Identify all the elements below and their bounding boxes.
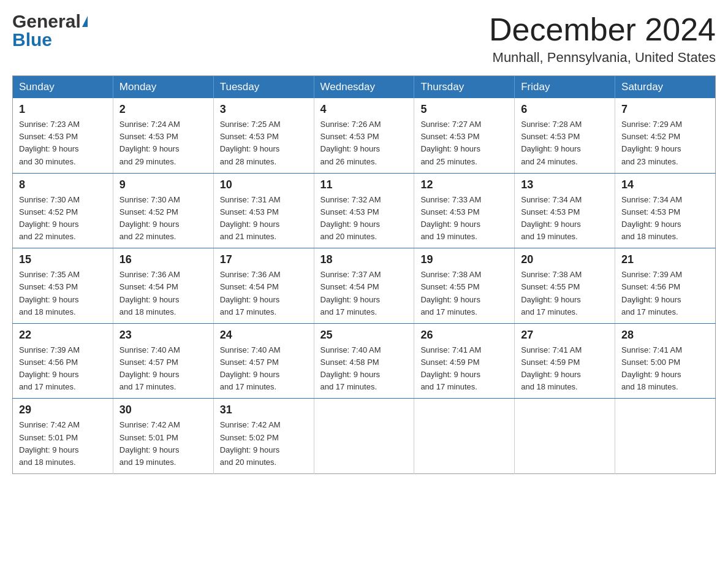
day-number: 4 (320, 103, 408, 116)
calendar-cell: 28Sunrise: 7:41 AMSunset: 5:00 PMDayligh… (615, 323, 716, 399)
day-number: 20 (521, 253, 609, 266)
day-info: Sunrise: 7:28 AMSunset: 4:53 PMDaylight:… (521, 118, 609, 168)
day-number: 16 (119, 253, 207, 266)
calendar-table: SundayMondayTuesdayWednesdayThursdayFrid… (12, 75, 716, 474)
day-number: 1 (19, 103, 107, 116)
calendar-week-row: 15Sunrise: 7:35 AMSunset: 4:53 PMDayligh… (13, 248, 716, 324)
day-info: Sunrise: 7:33 AMSunset: 4:53 PMDaylight:… (420, 194, 508, 243)
day-number: 23 (119, 329, 207, 342)
calendar-cell: 10Sunrise: 7:31 AMSunset: 4:53 PMDayligh… (213, 173, 314, 248)
calendar-cell: 27Sunrise: 7:41 AMSunset: 4:59 PMDayligh… (515, 323, 615, 399)
day-info: Sunrise: 7:25 AMSunset: 4:53 PMDaylight:… (220, 118, 308, 168)
calendar-cell: 13Sunrise: 7:34 AMSunset: 4:53 PMDayligh… (515, 173, 615, 248)
day-info: Sunrise: 7:27 AMSunset: 4:53 PMDaylight:… (420, 118, 508, 168)
day-number: 21 (621, 253, 709, 266)
calendar-cell: 19Sunrise: 7:38 AMSunset: 4:55 PMDayligh… (414, 248, 515, 324)
day-number: 25 (320, 329, 408, 342)
day-info: Sunrise: 7:26 AMSunset: 4:53 PMDaylight:… (320, 118, 408, 168)
calendar-cell: 4Sunrise: 7:26 AMSunset: 4:53 PMDaylight… (314, 98, 414, 173)
day-number: 14 (621, 178, 709, 191)
day-info: Sunrise: 7:41 AMSunset: 4:59 PMDaylight:… (521, 344, 609, 394)
calendar-header-row: SundayMondayTuesdayWednesdayThursdayFrid… (13, 76, 716, 99)
title-area: December 2024 Munhall, Pennsylvania, Uni… (489, 12, 716, 66)
day-info: Sunrise: 7:24 AMSunset: 4:53 PMDaylight:… (119, 118, 207, 168)
calendar-cell (615, 399, 716, 474)
day-header-thursday: Thursday (414, 76, 515, 99)
calendar-week-row: 29Sunrise: 7:42 AMSunset: 5:01 PMDayligh… (13, 399, 716, 474)
location-title: Munhall, Pennsylvania, United States (489, 50, 716, 66)
day-header-saturday: Saturday (615, 76, 716, 99)
day-info: Sunrise: 7:38 AMSunset: 4:55 PMDaylight:… (420, 269, 508, 318)
calendar-cell: 31Sunrise: 7:42 AMSunset: 5:02 PMDayligh… (213, 399, 314, 474)
day-number: 12 (420, 178, 508, 191)
calendar-cell: 23Sunrise: 7:40 AMSunset: 4:57 PMDayligh… (113, 323, 213, 399)
day-number: 18 (320, 253, 408, 266)
day-info: Sunrise: 7:23 AMSunset: 4:53 PMDaylight:… (19, 118, 107, 168)
day-info: Sunrise: 7:30 AMSunset: 4:52 PMDaylight:… (19, 194, 107, 243)
day-number: 29 (19, 404, 107, 416)
day-info: Sunrise: 7:37 AMSunset: 4:54 PMDaylight:… (320, 269, 408, 318)
calendar-week-row: 8Sunrise: 7:30 AMSunset: 4:52 PMDaylight… (13, 173, 716, 248)
day-info: Sunrise: 7:30 AMSunset: 4:52 PMDaylight:… (119, 194, 207, 243)
day-number: 30 (119, 404, 207, 416)
day-number: 13 (521, 178, 609, 191)
calendar-cell: 15Sunrise: 7:35 AMSunset: 4:53 PMDayligh… (13, 248, 113, 324)
calendar-cell: 14Sunrise: 7:34 AMSunset: 4:53 PMDayligh… (615, 173, 716, 248)
day-number: 26 (420, 329, 508, 342)
day-info: Sunrise: 7:40 AMSunset: 4:58 PMDaylight:… (320, 344, 408, 394)
day-number: 8 (19, 178, 107, 191)
day-number: 17 (220, 253, 308, 266)
calendar-cell: 22Sunrise: 7:39 AMSunset: 4:56 PMDayligh… (13, 323, 113, 399)
calendar-cell: 24Sunrise: 7:40 AMSunset: 4:57 PMDayligh… (213, 323, 314, 399)
day-number: 15 (19, 253, 107, 266)
day-number: 7 (621, 103, 709, 116)
calendar-cell: 21Sunrise: 7:39 AMSunset: 4:56 PMDayligh… (615, 248, 716, 324)
calendar-cell (414, 399, 515, 474)
day-header-monday: Monday (113, 76, 213, 99)
day-header-wednesday: Wednesday (314, 76, 414, 99)
calendar-cell: 25Sunrise: 7:40 AMSunset: 4:58 PMDayligh… (314, 323, 414, 399)
day-info: Sunrise: 7:29 AMSunset: 4:52 PMDaylight:… (621, 118, 709, 168)
day-info: Sunrise: 7:36 AMSunset: 4:54 PMDaylight:… (220, 269, 308, 318)
calendar-cell: 26Sunrise: 7:41 AMSunset: 4:59 PMDayligh… (414, 323, 515, 399)
page-header: General Blue December 2024 Munhall, Penn… (12, 12, 716, 66)
calendar-cell (314, 399, 414, 474)
calendar-cell: 18Sunrise: 7:37 AMSunset: 4:54 PMDayligh… (314, 248, 414, 324)
day-info: Sunrise: 7:36 AMSunset: 4:54 PMDaylight:… (119, 269, 207, 318)
day-number: 10 (220, 178, 308, 191)
calendar-cell: 29Sunrise: 7:42 AMSunset: 5:01 PMDayligh… (13, 399, 113, 474)
day-number: 6 (521, 103, 609, 116)
calendar-cell: 6Sunrise: 7:28 AMSunset: 4:53 PMDaylight… (515, 98, 615, 173)
logo-general: General (12, 12, 81, 31)
day-info: Sunrise: 7:41 AMSunset: 5:00 PMDaylight:… (621, 344, 709, 394)
calendar-week-row: 22Sunrise: 7:39 AMSunset: 4:56 PMDayligh… (13, 323, 716, 399)
logo: General Blue (12, 12, 88, 49)
day-info: Sunrise: 7:42 AMSunset: 5:02 PMDaylight:… (220, 419, 308, 469)
day-info: Sunrise: 7:39 AMSunset: 4:56 PMDaylight:… (19, 344, 107, 394)
day-info: Sunrise: 7:39 AMSunset: 4:56 PMDaylight:… (621, 269, 709, 318)
day-info: Sunrise: 7:42 AMSunset: 5:01 PMDaylight:… (19, 419, 107, 469)
calendar-cell: 16Sunrise: 7:36 AMSunset: 4:54 PMDayligh… (113, 248, 213, 324)
day-info: Sunrise: 7:42 AMSunset: 5:01 PMDaylight:… (119, 419, 207, 469)
day-info: Sunrise: 7:34 AMSunset: 4:53 PMDaylight:… (521, 194, 609, 243)
day-number: 11 (320, 178, 408, 191)
day-number: 19 (420, 253, 508, 266)
calendar-cell: 5Sunrise: 7:27 AMSunset: 4:53 PMDaylight… (414, 98, 515, 173)
day-number: 9 (119, 178, 207, 191)
logo-triangle-icon (82, 16, 88, 27)
day-info: Sunrise: 7:35 AMSunset: 4:53 PMDaylight:… (19, 269, 107, 318)
day-number: 5 (420, 103, 508, 116)
day-header-tuesday: Tuesday (213, 76, 314, 99)
day-number: 31 (220, 404, 308, 416)
calendar-cell (515, 399, 615, 474)
day-number: 24 (220, 329, 308, 342)
day-header-sunday: Sunday (13, 76, 113, 99)
day-info: Sunrise: 7:34 AMSunset: 4:53 PMDaylight:… (621, 194, 709, 243)
day-info: Sunrise: 7:32 AMSunset: 4:53 PMDaylight:… (320, 194, 408, 243)
month-title: December 2024 (489, 12, 716, 47)
day-number: 22 (19, 329, 107, 342)
calendar-cell: 11Sunrise: 7:32 AMSunset: 4:53 PMDayligh… (314, 173, 414, 248)
day-info: Sunrise: 7:40 AMSunset: 4:57 PMDaylight:… (220, 344, 308, 394)
day-info: Sunrise: 7:31 AMSunset: 4:53 PMDaylight:… (220, 194, 308, 243)
day-info: Sunrise: 7:41 AMSunset: 4:59 PMDaylight:… (420, 344, 508, 394)
